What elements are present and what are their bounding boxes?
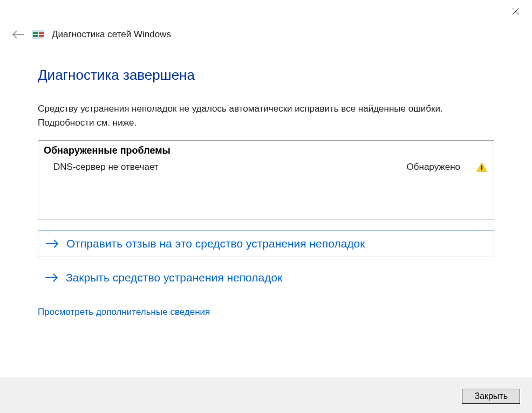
action-feedback[interactable]: Отправить отзыв на это средство устранен… bbox=[38, 230, 494, 257]
arrow-right-icon bbox=[44, 273, 58, 283]
content-area: Диагностика завершена Средству устранени… bbox=[0, 45, 532, 318]
arrow-left-icon bbox=[12, 30, 25, 39]
page-heading: Диагностика завершена bbox=[38, 67, 494, 84]
svg-rect-5 bbox=[33, 35, 38, 37]
warning-icon bbox=[476, 162, 487, 173]
detail-link[interactable]: Просмотреть дополнительные сведения bbox=[38, 307, 494, 318]
problem-status: Обнаружено bbox=[407, 162, 460, 173]
description-text: Средству устранения неполадок не удалось… bbox=[38, 102, 494, 130]
back-button[interactable] bbox=[12, 30, 25, 39]
close-button[interactable]: Закрыть bbox=[462, 389, 520, 404]
problem-name: DNS-сервер не отвечает bbox=[53, 162, 407, 173]
window-close-button[interactable] bbox=[505, 3, 527, 19]
close-icon bbox=[512, 8, 520, 15]
app-icon bbox=[32, 30, 44, 39]
svg-rect-6 bbox=[39, 32, 44, 34]
action-feedback-label: Отправить отзыв на это средство устранен… bbox=[66, 237, 365, 250]
svg-rect-9 bbox=[481, 166, 482, 169]
wizard-title: Диагностика сетей Windows bbox=[52, 29, 171, 40]
problems-header: Обнаруженные проблемы bbox=[38, 141, 494, 160]
svg-rect-7 bbox=[39, 35, 44, 37]
action-close-tool[interactable]: Закрыть средство устранения неполадок bbox=[38, 265, 494, 291]
titlebar bbox=[0, 0, 532, 22]
action-close-tool-label: Закрыть средство устранения неполадок bbox=[66, 271, 282, 284]
arrow-right-icon bbox=[45, 239, 59, 249]
svg-rect-10 bbox=[481, 169, 482, 170]
problems-box: Обнаруженные проблемы DNS-сервер не отве… bbox=[38, 140, 494, 219]
wizard-header: Диагностика сетей Windows bbox=[0, 22, 532, 45]
footer-bar: Закрыть bbox=[0, 378, 532, 413]
problem-row: DNS-сервер не отвечает Обнаружено bbox=[38, 160, 494, 175]
svg-rect-4 bbox=[33, 32, 38, 34]
svg-rect-3 bbox=[32, 31, 44, 38]
